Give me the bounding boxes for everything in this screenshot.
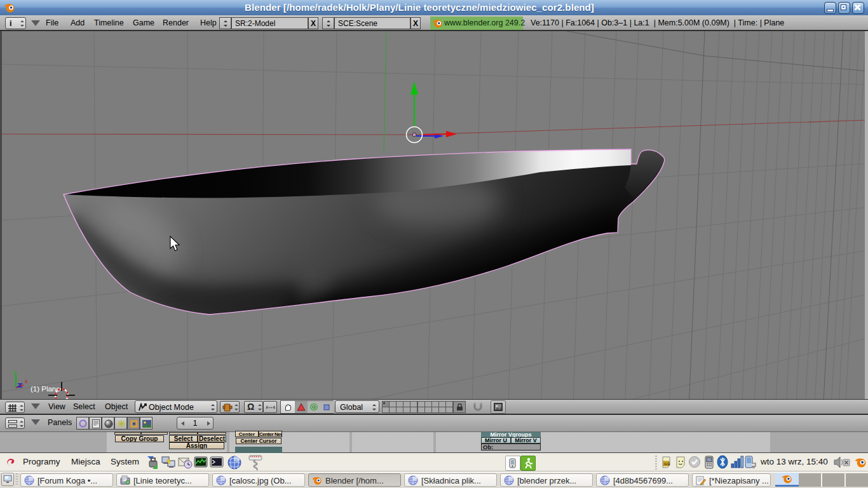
svg-text:y: y — [13, 369, 17, 375]
svg-text:x: x — [25, 378, 28, 384]
svg-text:GG: GG — [664, 462, 670, 466]
